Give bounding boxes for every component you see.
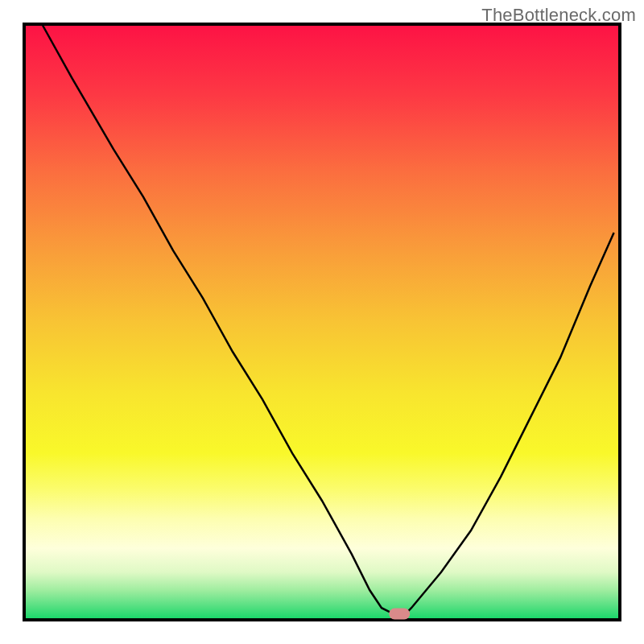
watermark-text: TheBottleneck.com	[481, 5, 636, 26]
optimal-point-marker	[389, 609, 410, 620]
plot-background	[24, 24, 620, 620]
chart-container: TheBottleneck.com	[0, 0, 644, 644]
bottleneck-chart	[0, 0, 644, 644]
